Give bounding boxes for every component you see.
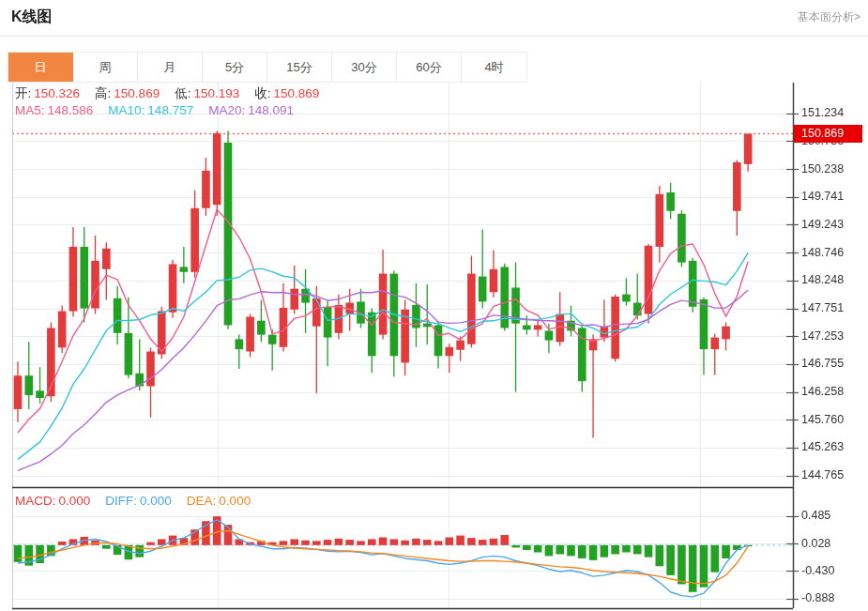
legend-item: DEA:0.000 bbox=[187, 494, 251, 508]
legend-item: 开:150.326 bbox=[15, 86, 80, 100]
price-tick-label: 149.741 bbox=[801, 190, 867, 203]
legend-item: 收:150.869 bbox=[254, 86, 319, 100]
macd-legend: MACD:0.000DIFF:0.000DEA:0.000 bbox=[15, 494, 266, 508]
macd-tick-label: -0.430 bbox=[801, 564, 867, 577]
kline-app: K线图 基本面分析> 日周月5分15分30分60分4时 开:150.326高:1… bbox=[0, 0, 868, 611]
legend-item: MA5:148.586 bbox=[15, 103, 93, 117]
legend-item: 高:150.869 bbox=[95, 86, 160, 100]
legend-item: MA10:148.757 bbox=[108, 103, 193, 117]
page-title: K线图 bbox=[11, 8, 53, 27]
price-tick-label: 144.765 bbox=[801, 468, 867, 481]
price-tick-label: 147.253 bbox=[801, 329, 867, 343]
tab-60分[interactable]: 60分 bbox=[397, 53, 462, 82]
legend-item: DIFF:0.000 bbox=[105, 494, 172, 508]
period-tab-bar: 日周月5分15分30分60分4时 bbox=[8, 52, 527, 83]
price-tick-label: 146.258 bbox=[801, 385, 867, 398]
price-tick-label: 145.760 bbox=[801, 413, 867, 426]
price-tick-label: 145.263 bbox=[801, 440, 867, 453]
fundamental-analysis-link[interactable]: 基本面分析> bbox=[798, 9, 860, 25]
legend-item: 低:150.193 bbox=[175, 86, 239, 100]
ma-legend: MA5:148.586MA10:148.757MA20:148.091 bbox=[15, 103, 309, 117]
current-price-badge: 150.869 bbox=[794, 125, 862, 143]
price-tick-label: 147.751 bbox=[801, 301, 867, 314]
macd-tick-label: 0.485 bbox=[801, 509, 867, 522]
legend-item: MA20:148.091 bbox=[208, 103, 294, 117]
ohlc-legend: 开:150.326高:150.869低:150.193收:150.869 bbox=[15, 85, 334, 102]
tab-月[interactable]: 月 bbox=[138, 53, 203, 82]
header-divider bbox=[0, 36, 868, 37]
price-tick-label: 146.755 bbox=[801, 357, 867, 370]
tab-15分[interactable]: 15分 bbox=[267, 53, 332, 82]
tab-30分[interactable]: 30分 bbox=[332, 53, 397, 82]
price-tick-label: 149.243 bbox=[801, 218, 867, 231]
macd-tick-label: 0.028 bbox=[801, 537, 867, 550]
legend-item: MACD:0.000 bbox=[15, 494, 90, 508]
tab-日[interactable]: 日 bbox=[8, 53, 73, 82]
price-tick-label: 151.234 bbox=[801, 106, 867, 119]
tab-4时[interactable]: 4时 bbox=[462, 53, 526, 82]
macd-tick-label: -0.888 bbox=[801, 591, 867, 604]
tab-周[interactable]: 周 bbox=[73, 53, 138, 82]
price-tick-label: 150.238 bbox=[801, 162, 867, 176]
tab-5分[interactable]: 5分 bbox=[203, 53, 267, 82]
price-tick-label: 148.746 bbox=[801, 246, 867, 259]
price-tick-label: 148.248 bbox=[801, 273, 867, 286]
